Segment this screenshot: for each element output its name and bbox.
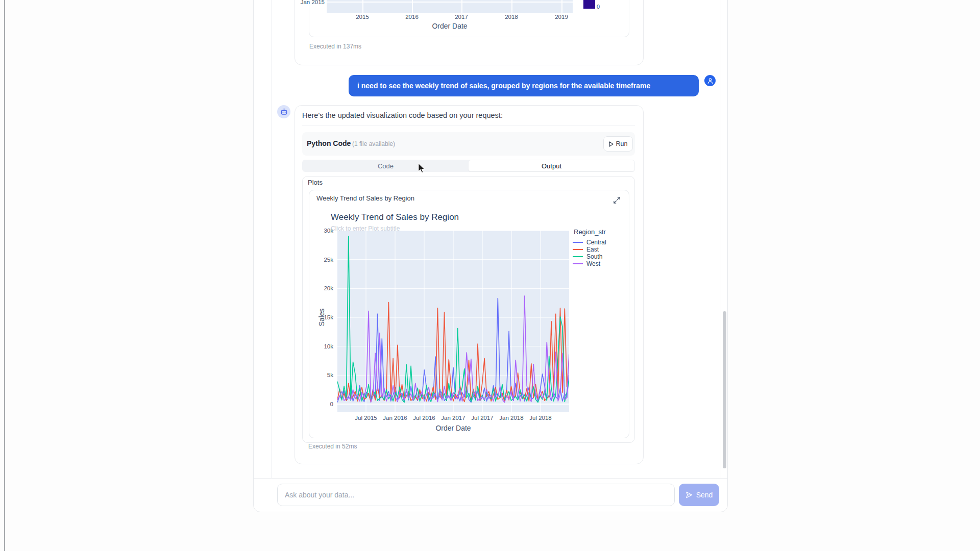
chart-x-axis-label: Order Date: [402, 424, 504, 432]
robot-icon: [280, 108, 288, 116]
play-icon: [609, 141, 614, 147]
chart-y-tick: 20k: [305, 285, 333, 291]
previous-chart-x-tick: 2015: [356, 14, 369, 20]
mouse-cursor: [418, 163, 427, 173]
chart-y-tick: 30k: [305, 228, 333, 234]
window-left-edge: [4, 0, 5, 551]
tab-output[interactable]: Output: [469, 160, 634, 171]
legend-item-south[interactable]: South: [573, 253, 606, 260]
chart-x-tick: Jan 2017: [441, 415, 465, 421]
previous-chart-x-tick: 2019: [555, 14, 568, 20]
legend-swatch: [573, 256, 583, 258]
plot-card-title: Weekly Trend of Sales by Region: [316, 194, 414, 202]
legend-item-central[interactable]: Central: [573, 239, 606, 246]
send-icon: [685, 491, 693, 498]
chart-x-tick: Jul 2018: [529, 415, 551, 421]
previous-chart-x-tick: 2016: [405, 14, 419, 20]
app-window: Jan 2015 20152016201720182019 Order Date…: [0, 0, 980, 551]
code-widget-header: Python Code (1 file available) Run: [302, 132, 635, 156]
code-output-tabbar: Code Output: [302, 160, 635, 172]
messages-area-left-border: [271, 0, 272, 478]
previous-chart-colorbar: [583, 0, 595, 9]
previous-chart-x-axis-label: Order Date: [399, 22, 501, 30]
divider: [302, 125, 635, 126]
assistant-intro-text: Here's the updated visualization code ba…: [302, 111, 503, 119]
chart-x-tick: Jul 2017: [471, 415, 493, 421]
chat-input[interactable]: [277, 484, 675, 506]
messages-area-right-border: [721, 0, 721, 478]
send-button[interactable]: Send: [679, 484, 719, 506]
previous-chart-y-tick: Jan 2015: [285, 0, 325, 5]
expand-icon: [613, 196, 621, 204]
previous-chart-x-tick: 2017: [455, 14, 468, 20]
chart-title: Weekly Trend of Sales by Region: [331, 212, 459, 222]
chart-y-tick: 25k: [305, 257, 333, 263]
chart-y-tick: 0: [305, 401, 333, 407]
legend-label: East: [586, 246, 599, 253]
user-message-bubble: i need to see the weekly trend of sales,…: [349, 75, 699, 96]
execution-time: Executed in 52ms: [308, 443, 357, 450]
chart-y-tick: 5k: [305, 372, 333, 378]
legend-swatch: [573, 242, 583, 243]
legend-item-east[interactable]: East: [573, 246, 606, 253]
legend-swatch: [573, 249, 583, 251]
code-widget-file-count: (1 file available): [352, 140, 395, 147]
legend-swatch: [573, 263, 583, 265]
run-button-label: Run: [616, 140, 628, 147]
execution-time-previous: Executed in 137ms: [309, 43, 361, 50]
chart-plot-area[interactable]: [337, 231, 569, 412]
chart-x-tick: Jul 2016: [413, 415, 435, 421]
code-widget-title: Python Code: [307, 139, 351, 147]
chart-x-tick: Jan 2018: [499, 415, 523, 421]
scrollbar-thumb[interactable]: [723, 311, 726, 468]
chart-legend: Region_str CentralEastSouthWest: [573, 228, 606, 267]
previous-chart-line-fragment: [327, 0, 573, 13]
user-avatar: [704, 75, 716, 86]
legend-label: South: [586, 253, 602, 260]
chart-x-tick: Jul 2015: [355, 415, 377, 421]
expand-plot-button[interactable]: [611, 195, 622, 205]
legend-label: West: [586, 260, 600, 267]
run-button[interactable]: Run: [603, 136, 633, 152]
previous-chart-plot-area[interactable]: [327, 0, 573, 13]
send-button-label: Send: [696, 491, 713, 499]
assistant-avatar: [277, 105, 290, 118]
composer-top-border: [254, 478, 727, 479]
chart-canvas: [337, 231, 569, 412]
legend-title: Region_str: [574, 228, 606, 236]
user-icon: [707, 78, 714, 84]
legend-item-west[interactable]: West: [573, 260, 606, 267]
plots-section-label: Plots: [308, 179, 323, 186]
chart-y-axis-label: Sales: [317, 308, 326, 326]
chart-x-tick: Jan 2016: [383, 415, 407, 421]
previous-chart-x-tick: 2018: [505, 14, 518, 20]
legend-label: Central: [586, 239, 606, 246]
tab-code[interactable]: Code: [303, 160, 469, 171]
chart-y-tick: 10k: [305, 343, 333, 349]
previous-chart-colorbar-tick: 0: [597, 4, 600, 10]
